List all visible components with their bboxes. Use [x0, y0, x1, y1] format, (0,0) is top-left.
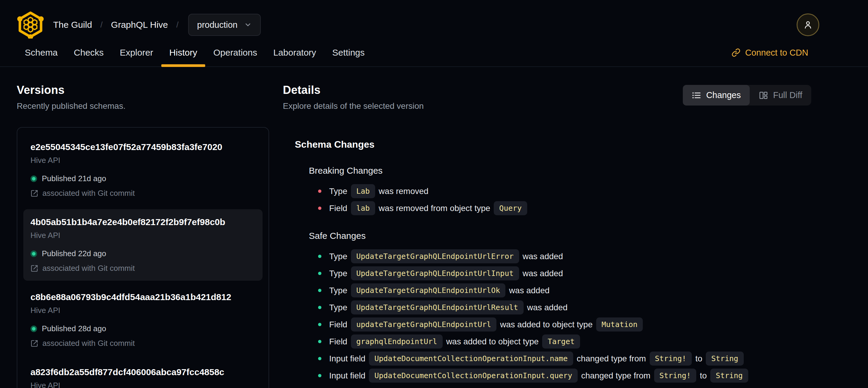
version-service: Hive API	[30, 306, 255, 315]
git-commit-link[interactable]: associated with Git commit	[30, 189, 255, 198]
change-text: was added	[523, 269, 563, 278]
schema-changes-title: Schema Changes	[295, 139, 811, 150]
schema-entity-chip: Target	[542, 334, 580, 349]
schema-entity-chip: Mutation	[596, 318, 643, 331]
external-link-icon	[30, 189, 38, 197]
bullet-icon	[318, 340, 321, 343]
version-card[interactable]: 4b05ab51b1b4a7e2e4b0ef82172f2b9f7ef98c0b…	[23, 209, 262, 281]
version-card[interactable]: a823f6db2a55df877dcf406006abca97fcc4858c…	[23, 359, 262, 388]
schema-entity-chip: UpdateTargetGraphQLEndpointUrlInput	[351, 266, 519, 280]
change-text: was added	[509, 286, 549, 295]
published-status-dot-icon	[30, 326, 37, 332]
bullet-icon	[318, 357, 321, 360]
change-item: TypeUpdateTargetGraphQLEndpointUrlResult…	[318, 300, 811, 315]
list-icon	[692, 91, 701, 100]
top-header: The Guild / GraphQL Hive / production	[0, 0, 868, 39]
main-content: Versions Recently published schemas. e2e…	[0, 67, 868, 388]
version-hash: e2e55045345ce13fe07f52a77459b83fa3fe7020	[30, 142, 255, 152]
tab-operations[interactable]: Operations	[205, 39, 265, 66]
change-item: FieldupdateTargetGraphQLEndpointUrlwas a…	[318, 318, 811, 331]
schema-entity-chip: graphqlEndpointUrl	[351, 334, 443, 349]
version-hash: 4b05ab51b1b4a7e2e4b0ef82172f2b9f7ef98c0b	[30, 217, 255, 227]
change-item: Input fieldUpdateDocumentCollectionOpera…	[318, 352, 811, 365]
connect-to-cdn-label: Connect to CDN	[745, 48, 808, 58]
tabs-row: SchemaChecksExplorerHistoryOperationsLab…	[0, 39, 868, 67]
version-list: e2e55045345ce13fe07f52a77459b83fa3fe7020…	[17, 127, 269, 388]
tab-history[interactable]: History	[161, 39, 205, 66]
split-diff-icon	[759, 91, 768, 100]
schema-entity-chip: String	[706, 352, 743, 365]
change-item: TypeUpdateTargetGraphQLEndpointUrlErrorw…	[318, 249, 811, 263]
schema-entity-chip: Lab	[351, 184, 375, 198]
change-item: FieldgraphqlEndpointUrlwas added to obje…	[318, 334, 811, 349]
change-text: was removed	[379, 186, 429, 196]
tab-schema[interactable]: Schema	[17, 39, 66, 66]
link-icon	[732, 48, 740, 57]
schema-entity-chip: updateTargetGraphQLEndpointUrl	[351, 318, 497, 331]
change-text: Type	[329, 186, 347, 196]
version-card[interactable]: e2e55045345ce13fe07f52a77459b83fa3fe7020…	[23, 134, 262, 206]
change-item: TypeUpdateTargetGraphQLEndpointUrlOkwas …	[318, 283, 811, 297]
version-hash: c8b6e88a06793b9c4dfd54aaa21b36a1b421d812	[30, 292, 255, 302]
app-root: The Guild / GraphQL Hive / production Sc…	[0, 0, 868, 388]
bullet-icon	[318, 255, 321, 258]
tab-settings[interactable]: Settings	[324, 39, 372, 66]
target-selector[interactable]: production	[188, 14, 261, 36]
bullet-icon	[318, 306, 321, 309]
bullet-icon	[318, 272, 321, 275]
change-text: Type	[329, 303, 347, 312]
bullet-icon	[318, 207, 321, 210]
schema-entity-chip: UpdateTargetGraphQLEndpointUrlOk	[351, 283, 506, 297]
change-item: Fieldlabwas removed from object typeQuer…	[318, 201, 811, 215]
hive-logo-icon[interactable]	[17, 11, 44, 38]
breadcrumb-separator: /	[100, 20, 103, 30]
published-label: Published 21d ago	[42, 174, 106, 183]
published-label: Published 22d ago	[42, 249, 106, 258]
user-avatar-button[interactable]	[797, 13, 819, 36]
schema-entity-chip: String	[710, 368, 748, 383]
changes-toggle-button[interactable]: Changes	[683, 85, 750, 106]
versions-subtitle: Recently published schemas.	[17, 101, 269, 111]
connect-to-cdn-link[interactable]: Connect to CDN	[732, 48, 808, 58]
primary-nav: SchemaChecksExplorerHistoryOperationsLab…	[17, 39, 373, 66]
user-icon	[803, 20, 813, 30]
bullet-icon	[318, 374, 321, 377]
version-card[interactable]: c8b6e88a06793b9c4dfd54aaa21b36a1b421d812…	[23, 284, 262, 356]
breadcrumb-project[interactable]: GraphQL Hive	[111, 20, 168, 30]
versions-panel: Versions Recently published schemas. e2e…	[17, 84, 269, 388]
published-status-dot-icon	[30, 176, 37, 182]
details-header: Details Explore details of the selected …	[283, 84, 811, 111]
schema-entity-chip: UpdateTargetGraphQLEndpointUrlResult	[351, 300, 524, 315]
breadcrumb-org[interactable]: The Guild	[53, 20, 92, 30]
schema-entity-chip: UpdateTargetGraphQLEndpointUrlError	[351, 249, 519, 263]
change-text: was added to object type	[500, 320, 593, 329]
change-text: to	[700, 371, 707, 381]
tab-explorer[interactable]: Explorer	[112, 39, 161, 66]
change-text: was removed from object type	[379, 204, 491, 213]
bullet-icon	[318, 189, 321, 193]
safe-changes-title: Safe Changes	[309, 231, 811, 241]
breadcrumb-separator: /	[176, 20, 179, 30]
version-published-row: Published 22d ago	[30, 249, 255, 258]
versions-title: Versions	[17, 84, 269, 96]
change-text: Type	[329, 252, 347, 261]
change-text: changed type from	[577, 354, 646, 363]
change-text: was added	[523, 252, 563, 261]
git-commit-link[interactable]: associated with Git commit	[30, 264, 255, 273]
change-text: changed type from	[581, 371, 651, 381]
details-heading-block: Details Explore details of the selected …	[283, 84, 424, 111]
version-service: Hive API	[30, 381, 255, 388]
full-diff-toggle-button[interactable]: Full Diff	[750, 85, 811, 106]
external-link-icon	[30, 339, 38, 347]
change-text: Type	[329, 286, 347, 295]
git-commit-link[interactable]: associated with Git commit	[30, 339, 255, 348]
safe-changes-list: TypeUpdateTargetGraphQLEndpointUrlErrorw…	[318, 249, 811, 383]
external-link-icon	[30, 265, 38, 272]
tab-checks[interactable]: Checks	[66, 39, 112, 66]
chevron-down-icon	[244, 21, 252, 29]
schema-entity-chip: String!	[654, 368, 696, 383]
change-text: Field	[329, 337, 347, 347]
git-commit-label: associated with Git commit	[42, 189, 135, 198]
change-text: Field	[329, 204, 347, 213]
tab-laboratory[interactable]: Laboratory	[265, 39, 324, 66]
